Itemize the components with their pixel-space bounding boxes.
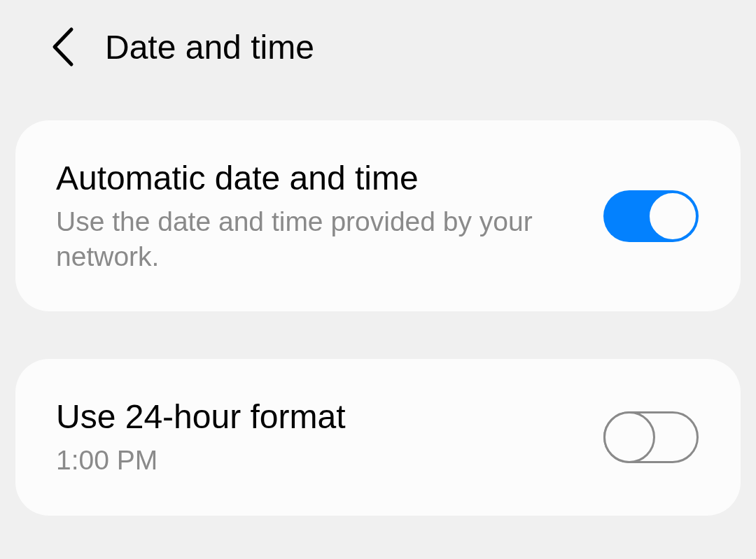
page-title: Date and time [105,28,314,66]
toggle-format[interactable] [603,411,699,463]
setting-content: Automatic date and time Use the date and… [56,158,575,274]
setting-content: Use 24-hour format 1:00 PM [56,397,575,478]
setting-row-format[interactable]: Use 24-hour format 1:00 PM [56,397,699,478]
toggle-thumb [648,191,698,241]
toggle-automatic[interactable] [603,190,699,242]
setting-subtitle-automatic: Use the date and time provided by your n… [56,204,575,274]
setting-title-automatic: Automatic date and time [56,158,575,199]
header: Date and time [0,0,756,94]
setting-card-automatic: Automatic date and time Use the date and… [15,120,741,311]
card-spacer [0,311,756,359]
setting-card-format: Use 24-hour format 1:00 PM [15,359,741,516]
toggle-thumb [603,411,655,463]
setting-row-automatic[interactable]: Automatic date and time Use the date and… [56,158,699,274]
back-button[interactable] [50,27,76,67]
chevron-left-icon [50,27,76,67]
setting-subtitle-format: 1:00 PM [56,443,575,478]
setting-title-format: Use 24-hour format [56,397,575,437]
